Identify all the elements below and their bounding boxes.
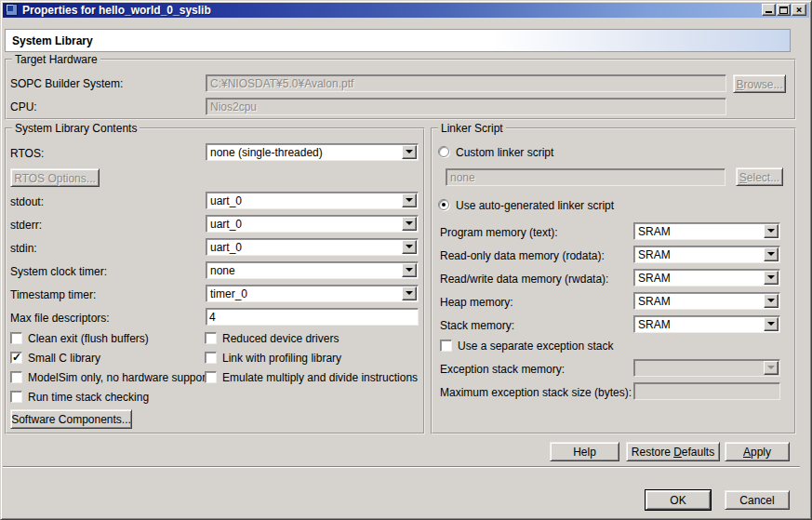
app-icon xyxy=(6,4,18,16)
chevron-down-icon xyxy=(767,299,775,306)
stderr-dropdown-button[interactable] xyxy=(402,217,417,231)
stdin-dropdown-button[interactable] xyxy=(402,240,417,254)
stdout-label: stdout: xyxy=(10,195,44,208)
rtos-combobox[interactable]: none (single-threaded) xyxy=(206,143,419,161)
small-c-library-label: Small C library xyxy=(28,352,100,365)
page-header: System Library xyxy=(5,29,791,52)
radio-dot xyxy=(442,203,446,207)
stack-memory-dropdown-button[interactable] xyxy=(764,317,779,331)
browse-label: B xyxy=(736,78,743,91)
rodata-memory-value: SRAM xyxy=(638,248,671,261)
page-title: System Library xyxy=(12,34,93,47)
rwdata-memory-combobox[interactable]: SRAM xyxy=(633,269,780,287)
stack-memory-label: Stack memory: xyxy=(440,319,514,332)
link-profiling-checkbox[interactable]: ✓ xyxy=(205,352,217,364)
check-icon: ✓ xyxy=(12,351,21,364)
exception-stack-memory-label: Exception stack memory: xyxy=(440,363,565,376)
stderr-value: uart_0 xyxy=(210,218,242,231)
apply-button[interactable]: Apply xyxy=(725,442,790,461)
stack-memory-value: SRAM xyxy=(638,318,671,331)
auto-generated-linker-radio[interactable] xyxy=(438,199,449,210)
stdin-label: stdin: xyxy=(10,242,37,255)
auto-generated-linker-label: Use auto-generated linker script xyxy=(456,199,614,212)
small-c-library-checkbox[interactable]: ✓ xyxy=(10,352,22,364)
emulate-multiply-label: Emulate multiply and divide instructions xyxy=(222,371,418,384)
cancel-button[interactable]: Cancel xyxy=(725,490,790,510)
browse-label-rest: rowse... xyxy=(744,78,783,91)
system-clock-timer-combobox[interactable]: none xyxy=(206,261,419,279)
rtos-dropdown-button[interactable] xyxy=(402,145,417,159)
stack-memory-combobox[interactable]: SRAM xyxy=(633,315,780,333)
stdin-combobox[interactable]: uart_0 xyxy=(206,238,419,256)
chevron-down-icon xyxy=(406,198,413,206)
minimize-icon xyxy=(765,11,772,13)
program-memory-combobox[interactable]: SRAM xyxy=(633,222,780,240)
custom-linker-script-value: none xyxy=(450,171,475,184)
sopc-builder-label: SOPC Builder System: xyxy=(10,77,123,90)
rodata-memory-dropdown-button[interactable] xyxy=(764,247,779,261)
program-memory-dropdown-button[interactable] xyxy=(764,224,779,238)
restore-defaults-button[interactable]: Restore Defaults xyxy=(626,442,720,461)
rwdata-memory-dropdown-button[interactable] xyxy=(764,271,779,285)
emulate-multiply-checkbox[interactable]: ✓ xyxy=(205,371,217,383)
restore-defaults-label-pre: Restore xyxy=(632,446,673,459)
minimize-button[interactable] xyxy=(762,4,776,16)
rodata-memory-label: Read-only data memory (rodata): xyxy=(440,249,605,262)
runtime-stack-checking-checkbox[interactable]: ✓ xyxy=(10,391,22,403)
reduced-device-drivers-checkbox[interactable]: ✓ xyxy=(205,332,217,344)
browse-button: Browse... xyxy=(733,74,786,93)
custom-linker-script-radio[interactable] xyxy=(438,146,449,157)
window-title: Properties for hello_world_0_syslib xyxy=(22,4,211,17)
link-profiling-label: Link with profiling library xyxy=(222,352,341,365)
system-library-contents-legend: System Library Contents xyxy=(12,122,140,135)
chevron-down-icon xyxy=(767,252,775,260)
heap-memory-dropdown-button[interactable] xyxy=(764,294,779,308)
sopc-builder-value: C:¥NIOSDAT¥5.0¥Avalon.ptf xyxy=(210,77,353,90)
stdout-dropdown-button[interactable] xyxy=(402,193,417,207)
cpu-label: CPU: xyxy=(10,100,37,113)
system-clock-timer-dropdown-button[interactable] xyxy=(402,263,417,277)
heap-memory-combobox[interactable]: SRAM xyxy=(633,292,780,310)
separate-exception-stack-label: Use a separate exception stack xyxy=(458,340,613,353)
select-button: Select... xyxy=(736,167,783,186)
close-icon: × xyxy=(792,5,805,15)
stdout-combobox[interactable]: uart_0 xyxy=(206,192,419,209)
max-file-descriptors-label: Max file descriptors: xyxy=(10,312,110,325)
maximize-icon xyxy=(779,7,788,14)
modelsim-only-checkbox[interactable]: ✓ xyxy=(10,371,22,383)
help-button[interactable]: Help xyxy=(550,442,619,461)
ok-button[interactable]: OK xyxy=(646,490,711,510)
stderr-label: stderr: xyxy=(10,219,42,232)
custom-linker-script-field: none xyxy=(446,168,725,186)
close-button[interactable]: × xyxy=(792,4,806,16)
runtime-stack-checking-label: Run time stack checking xyxy=(28,391,149,404)
cpu-field: Nios2cpu xyxy=(206,98,726,115)
restore-defaults-mnemonic: D xyxy=(673,446,682,459)
rtos-options-button: RTOS Options... xyxy=(10,168,100,187)
timestamp-timer-value: timer_0 xyxy=(210,287,247,300)
max-exception-stack-size-label: Maximum exception stack size (bytes): xyxy=(440,386,632,399)
rwdata-memory-label: Read/write data memory (rwdata): xyxy=(440,273,608,286)
exception-stack-memory-dropdown-button xyxy=(764,361,779,375)
timestamp-timer-dropdown-button[interactable] xyxy=(402,287,417,300)
separate-exception-stack-checkbox[interactable]: ✓ xyxy=(440,340,452,352)
max-file-descriptors-input[interactable] xyxy=(206,308,419,326)
modelsim-only-label: ModelSim only, no hardware support xyxy=(28,371,209,384)
apply-mnemonic: A xyxy=(743,446,751,459)
clean-exit-checkbox[interactable]: ✓ xyxy=(10,332,22,344)
chevron-down-icon xyxy=(406,150,413,157)
titlebar[interactable]: Properties for hello_world_0_syslib × xyxy=(3,3,809,18)
reduced-device-drivers-label: Reduced device drivers xyxy=(222,332,339,345)
chevron-down-icon xyxy=(767,229,775,236)
properties-dialog: Properties for hello_world_0_syslib × Sy… xyxy=(0,0,812,520)
rodata-memory-combobox[interactable]: SRAM xyxy=(633,246,780,263)
stderr-combobox[interactable]: uart_0 xyxy=(206,215,419,233)
apply-label-rest: pply xyxy=(751,446,771,459)
restore-defaults-label-rest: efaults xyxy=(682,446,714,459)
maximize-button[interactable] xyxy=(777,4,791,16)
chevron-down-icon xyxy=(406,221,413,229)
chevron-down-icon xyxy=(767,275,775,283)
program-memory-label: Program memory (text): xyxy=(440,226,558,239)
software-components-button[interactable]: Software Components... xyxy=(10,409,132,429)
timestamp-timer-combobox[interactable]: timer_0 xyxy=(206,285,419,302)
